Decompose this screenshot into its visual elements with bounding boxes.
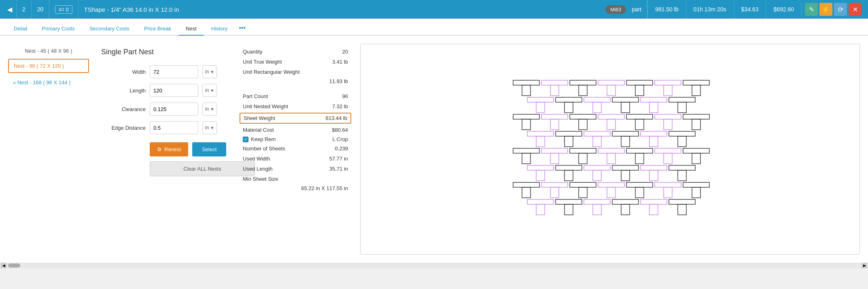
nest-item-96[interactable]: Nest - 96 ( 72 X 120 ) bbox=[8, 59, 89, 73]
nest-form-panel: Single Part Nest Width in ▼ Length in ▼ … bbox=[101, 44, 231, 255]
tab-primary-costs[interactable]: Primary Costs bbox=[34, 22, 82, 36]
item-number: 2 bbox=[17, 0, 32, 19]
length-unit[interactable]: in ▼ bbox=[202, 84, 217, 97]
sheet-weight-value: 613.44 lb bbox=[326, 115, 348, 121]
keep-rem-row: ✓ Keep Rem L Crop bbox=[243, 136, 348, 142]
used-width-label: Used Width bbox=[243, 156, 270, 162]
width-label: Width bbox=[101, 69, 146, 75]
keep-rem-left: ✓ Keep Rem bbox=[243, 136, 276, 142]
stats-panel: Quantity 20 Unit True Weight 3.41 lb Uni… bbox=[243, 44, 348, 255]
tab-history[interactable]: History bbox=[204, 22, 235, 36]
unit-true-weight-row: Unit True Weight 3.41 lb bbox=[243, 58, 348, 66]
select-button[interactable]: Select bbox=[192, 142, 226, 156]
part-title: TShape - 1/4" A36 14.0 in X 12.0 in bbox=[79, 6, 600, 13]
material-cost-value: $80.64 bbox=[332, 127, 348, 133]
quantity-value: 20 bbox=[342, 49, 348, 55]
sheet-weight-row: Sheet Weight 613.44 lb bbox=[240, 113, 351, 124]
length-input[interactable] bbox=[150, 84, 198, 97]
renest-button[interactable]: ⚙ Renest bbox=[150, 142, 188, 156]
mill-badge-container: Mill3 part bbox=[600, 0, 647, 19]
part-count-value: 96 bbox=[342, 93, 348, 99]
keep-rem-value: L Crop bbox=[332, 136, 348, 142]
unit-true-weight-value: 3.41 lb bbox=[332, 59, 348, 65]
length-label: Length bbox=[101, 88, 146, 94]
close-button[interactable]: ✕ bbox=[849, 3, 862, 16]
form-title: Single Part Nest bbox=[101, 48, 231, 56]
num-sheets-label: Number of Sheets bbox=[243, 146, 285, 152]
tab-secondary-costs[interactable]: Secondary Costs bbox=[82, 22, 137, 36]
tab-price-break[interactable]: Price Break bbox=[137, 22, 178, 36]
back-arrow[interactable]: ◀ bbox=[3, 0, 17, 19]
unit-rect-weight-row: Unit Rectangular Weight bbox=[243, 68, 348, 76]
num-sheets-row: Number of Sheets 0.239 bbox=[243, 145, 348, 152]
top-bar: ◀ 2 20 🏷 0 TShape - 1/4" A36 14.0 in X 1… bbox=[0, 0, 868, 19]
scroll-left-arrow[interactable]: ◀ bbox=[1, 263, 6, 268]
edit-button[interactable]: ✎ bbox=[805, 3, 818, 16]
width-input[interactable] bbox=[150, 65, 198, 78]
renest-icon: ⚙ bbox=[157, 146, 162, 152]
used-length-value: 35.71 in bbox=[329, 166, 348, 172]
horizontal-scrollbar[interactable]: ◀ ▶ bbox=[0, 263, 868, 268]
used-length-row: Used Length 35.71 in bbox=[243, 165, 348, 173]
material-cost-row: Material Cost $80.64 bbox=[243, 126, 348, 134]
used-width-row: Used Width 57.77 in bbox=[243, 155, 348, 163]
cost1-stat: $34.63 bbox=[734, 0, 766, 19]
scroll-right-arrow[interactable]: ▶ bbox=[862, 263, 867, 268]
refresh-button[interactable]: ⟳ bbox=[834, 3, 847, 16]
nest-list-panel: Nest - 45 ( 48 X 96 ) Nest - 96 ( 72 X 1… bbox=[8, 44, 89, 255]
num-sheets-value: 0.239 bbox=[335, 146, 348, 152]
edge-label: Edge Distance bbox=[101, 125, 146, 131]
width-unit-arrow: ▼ bbox=[210, 70, 214, 74]
unit-nested-weight-value: 7.32 lb bbox=[332, 103, 348, 109]
clearance-label: Clearance bbox=[101, 106, 146, 112]
tab-detail[interactable]: Detail bbox=[6, 22, 34, 36]
min-sheet-size-label: Min Sheet Size bbox=[243, 176, 278, 182]
nest-item-168[interactable]: Nest - 168 ( 96 X 144 ) bbox=[8, 76, 89, 89]
unit-rect-weight-value: 11.93 lb bbox=[243, 78, 348, 84]
cost2-stat: $692.60 bbox=[766, 0, 801, 19]
clearance-unit[interactable]: in ▼ bbox=[202, 103, 217, 116]
weight-stat: 981.50 lb bbox=[647, 0, 686, 19]
tag-icon-box[interactable]: 🏷 0 bbox=[55, 5, 72, 14]
clearance-input[interactable] bbox=[150, 103, 198, 116]
width-row: Width in ▼ bbox=[101, 65, 231, 78]
action-buttons: ✎ ⚡ ⟳ ✕ bbox=[801, 3, 865, 16]
primary-buttons: ⚙ Renest Select bbox=[150, 142, 231, 156]
edge-unit-arrow: ▼ bbox=[210, 126, 214, 130]
edge-row: Edge Distance in ▼ bbox=[101, 121, 231, 134]
material-cost-label: Material Cost bbox=[243, 127, 274, 133]
tag-icon: 🏷 bbox=[59, 6, 64, 13]
quantity-label: Quantity bbox=[243, 49, 262, 55]
mill-badge: Mill3 bbox=[605, 5, 626, 14]
nest-preview-svg bbox=[509, 76, 711, 222]
clearance-row: Clearance in ▼ bbox=[101, 103, 231, 116]
width-unit[interactable]: in ▼ bbox=[202, 65, 217, 78]
keep-rem-checkbox[interactable]: ✓ bbox=[243, 137, 248, 142]
edge-unit[interactable]: in ▼ bbox=[202, 121, 217, 134]
form-action-area: ⚙ Renest Select Clear ALL Nests bbox=[150, 142, 231, 176]
keep-rem-label: Keep Rem bbox=[251, 136, 276, 142]
part-count-row: Part Count 96 bbox=[243, 92, 348, 100]
unit-nested-weight-label: Unit Nested Weight bbox=[243, 103, 288, 109]
unit-rect-weight-label: Unit Rectangular Weight bbox=[243, 69, 300, 75]
quantity-row: Quantity 20 bbox=[243, 48, 348, 56]
main-content: Nest - 45 ( 48 X 96 ) Nest - 96 ( 72 X 1… bbox=[0, 36, 868, 263]
clear-all-nests-button[interactable]: Clear ALL Nests bbox=[150, 161, 255, 176]
time-stat: 01h 13m 20s bbox=[686, 0, 734, 19]
length-row: Length in ▼ bbox=[101, 84, 231, 97]
scrollbar-thumb[interactable] bbox=[8, 263, 20, 268]
tab-bar: Detail Primary Costs Secondary Costs Pri… bbox=[0, 19, 868, 36]
used-width-value: 57.77 in bbox=[329, 156, 348, 162]
quantity-display: 20 bbox=[32, 0, 50, 19]
part-count-label: Part Count bbox=[243, 93, 268, 99]
nest-list-title: Nest - 45 ( 48 X 96 ) bbox=[8, 48, 89, 54]
nest-preview-panel bbox=[360, 44, 860, 255]
tag-icon-item[interactable]: 🏷 0 bbox=[49, 0, 78, 19]
sheet-weight-label: Sheet Weight bbox=[244, 115, 275, 121]
edge-input[interactable] bbox=[150, 121, 198, 134]
bolt-button[interactable]: ⚡ bbox=[819, 3, 832, 16]
more-tabs-icon[interactable]: ••• bbox=[235, 21, 250, 35]
tab-nest[interactable]: Nest bbox=[178, 22, 204, 36]
clearance-unit-arrow: ▼ bbox=[210, 107, 214, 111]
min-sheet-size-value: 65.22 in X 117.55 in bbox=[243, 185, 348, 191]
